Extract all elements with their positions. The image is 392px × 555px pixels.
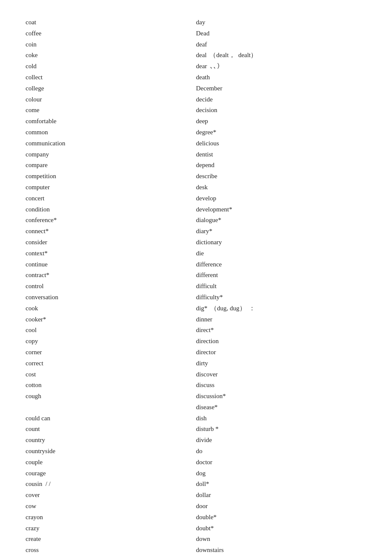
list-item: deep [196, 116, 366, 127]
list-item: dog [196, 468, 366, 479]
list-item: difficulty* [196, 292, 366, 303]
list-item: difficult [196, 281, 366, 292]
list-item: depend [196, 160, 366, 171]
list-item: death [196, 72, 366, 83]
list-item: concert [26, 193, 196, 204]
list-item: continue [26, 259, 196, 270]
list-item: deaf [196, 39, 366, 50]
list-item: delicious [196, 138, 366, 149]
list-item: cover [26, 490, 196, 501]
list-item: door [196, 501, 366, 512]
list-item: discuss [196, 380, 366, 391]
list-item: double* [196, 512, 366, 523]
list-item: crazy [26, 523, 196, 534]
list-item: degree* [196, 127, 366, 138]
list-item: company [26, 149, 196, 160]
list-item: conference* [26, 215, 196, 226]
list-item: consider [26, 237, 196, 248]
right-column: dayDeaddeafdeal （dealt， dealt）dear ､､）de… [196, 17, 366, 555]
list-item: doctor [196, 457, 366, 468]
list-item: divide [196, 435, 366, 446]
list-item: cool [26, 325, 196, 336]
list-item: computer [26, 182, 196, 193]
list-item: downstairs [196, 545, 366, 555]
list-item: director [196, 347, 366, 358]
list-item: copy [26, 336, 196, 347]
list-item: correct [26, 358, 196, 369]
list-item: doubt* [196, 523, 366, 534]
list-item: Dead [196, 28, 366, 39]
list-item: courage [26, 468, 196, 479]
list-item: country [26, 435, 196, 446]
list-item: dialogue* [196, 215, 366, 226]
list-item: different [196, 270, 366, 281]
list-item: cost [26, 369, 196, 380]
list-item: cold [26, 61, 196, 72]
list-item: competition [26, 171, 196, 182]
list-item: common [26, 127, 196, 138]
list-item: coin [26, 39, 196, 50]
list-item: discover [196, 369, 366, 380]
list-item: college [26, 83, 196, 94]
list-item: cooker* [26, 314, 196, 325]
list-item: compare [26, 160, 196, 171]
list-item: disease* [196, 402, 366, 413]
list-item: decision [196, 105, 366, 116]
list-item: crayon [26, 512, 196, 523]
list-item: December [196, 83, 366, 94]
list-item: cross [26, 545, 196, 555]
list-item: colour [26, 94, 196, 105]
list-item: contract* [26, 270, 196, 281]
list-item: day [196, 17, 366, 28]
list-item: doll* [196, 479, 366, 490]
list-item: dinner [196, 314, 366, 325]
list-item: countryside [26, 446, 196, 457]
list-item: condition [26, 204, 196, 215]
list-item: deal （dealt， dealt） [196, 50, 366, 61]
list-item: coke [26, 50, 196, 61]
list-item: corner [26, 347, 196, 358]
list-item: collect [26, 72, 196, 83]
list-item: develop [196, 193, 366, 204]
list-item: create [26, 534, 196, 545]
list-item: cough [26, 391, 196, 402]
list-item: connect* [26, 226, 196, 237]
list-item: cow [26, 501, 196, 512]
list-item: context* [26, 248, 196, 259]
list-item: conversation [26, 292, 196, 303]
list-item: cook [26, 303, 196, 314]
list-item: dear ､､） [196, 61, 366, 72]
main-content: coatcoffeecoincokecoldcollectcollegecolo… [26, 17, 366, 555]
list-item: control [26, 281, 196, 292]
list-item: diary* [196, 226, 366, 237]
list-item: disturb * [196, 424, 366, 435]
list-item: dig* （dug, dug） ： [196, 303, 366, 314]
list-item: couple [26, 457, 196, 468]
list-item: decide [196, 94, 366, 105]
list-item: direction [196, 336, 366, 347]
list-item: comfortable [26, 116, 196, 127]
list-item: dictionary [196, 237, 366, 248]
list-item: dish [196, 413, 366, 424]
list-item: count [26, 424, 196, 435]
list-item: development* [196, 204, 366, 215]
list-item: desk [196, 182, 366, 193]
list-item: dentist [196, 149, 366, 160]
left-column: coatcoffeecoincokecoldcollectcollegecolo… [26, 17, 196, 555]
list-item: could can [26, 413, 196, 424]
list-item: coat [26, 17, 196, 28]
list-item: coffee [26, 28, 196, 39]
list-item: down [196, 534, 366, 545]
list-item: come [26, 105, 196, 116]
list-item: cousin / / [26, 479, 196, 490]
list-item: cotton [26, 380, 196, 391]
blank-spacer [26, 402, 196, 413]
list-item: dollar [196, 490, 366, 501]
list-item: dirty [196, 358, 366, 369]
list-item: difference [196, 259, 366, 270]
list-item: die [196, 248, 366, 259]
list-item: do [196, 446, 366, 457]
list-item: describe [196, 171, 366, 182]
list-item: discussion* [196, 391, 366, 402]
list-item: direct* [196, 325, 366, 336]
